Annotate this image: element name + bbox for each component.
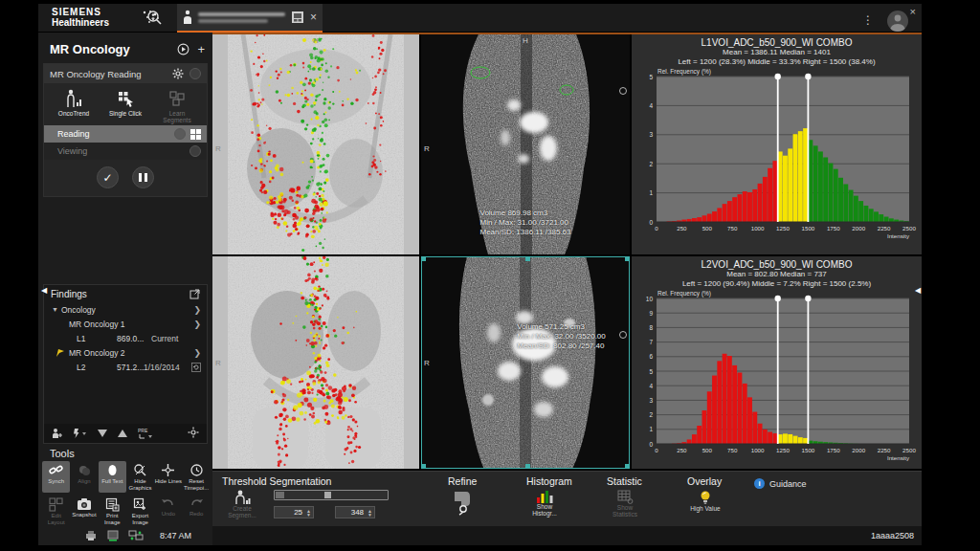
- tree-expand-caret[interactable]: ▼: [52, 306, 58, 313]
- pause-button[interactable]: [132, 166, 154, 188]
- histogram-header: Histogram: [517, 475, 597, 487]
- segmentation-toolbar: Threshold Segmentation Create Segmen...: [212, 471, 922, 526]
- chevron-right-icon[interactable]: ❯: [193, 348, 201, 358]
- tool-edit-layout[interactable]: Edit Layout: [42, 496, 70, 527]
- svg-text:2: 2: [649, 411, 653, 418]
- reading-toggle[interactable]: [174, 128, 186, 140]
- patient-icon: [183, 10, 192, 25]
- pre-post-icon[interactable]: PRE: [138, 428, 153, 439]
- viewport-top-left-mip-overlay[interactable]: H R: [212, 34, 419, 254]
- tab-close-icon[interactable]: ×: [310, 11, 317, 23]
- tool-synch[interactable]: Synch: [42, 461, 70, 493]
- complete-step-button[interactable]: ✓: [97, 166, 119, 188]
- tool-hide-graphics[interactable]: Hide Graphics: [126, 461, 154, 493]
- lower-threshold-value[interactable]: 25: [275, 508, 304, 517]
- tool-hide-lines[interactable]: Hide Lines: [154, 461, 182, 493]
- selection-handle[interactable]: [421, 464, 426, 469]
- workflow-toggle[interactable]: [189, 68, 201, 79]
- layout-grid-icon[interactable]: [190, 129, 201, 140]
- series-layout-icon[interactable]: [291, 11, 304, 24]
- slider-left-cap[interactable]: [276, 492, 284, 498]
- tool-export-image[interactable]: Export Image: [126, 496, 154, 527]
- svg-text:1000: 1000: [750, 225, 764, 231]
- histogram-stats-line2: Left = 1200 (90.4%) Middle = 7.2% Right …: [682, 279, 871, 289]
- findings-row-l2[interactable]: L2 571.2... 1/16/2014: [44, 360, 207, 374]
- selection-handle[interactable]: [625, 464, 630, 469]
- move-down-icon[interactable]: [98, 430, 107, 437]
- add-finding-icon[interactable]: [52, 428, 63, 439]
- tool-undo[interactable]: Undo: [154, 496, 182, 527]
- stage-reading[interactable]: Reading: [44, 125, 207, 143]
- selection-handle[interactable]: [421, 256, 426, 261]
- upper-threshold-value[interactable]: 348: [336, 508, 366, 517]
- viewport-histogram-l1[interactable]: L1VOI_ADC_b50_900_WI COMBO Mean = 1386.1…: [632, 34, 922, 254]
- slider-handle[interactable]: [324, 492, 331, 498]
- refine-lasso-icon: [451, 490, 474, 517]
- stage-viewing[interactable]: Viewing: [44, 143, 207, 160]
- start-protocol-icon[interactable]: [177, 43, 189, 55]
- chevron-right-icon[interactable]: ❯: [193, 320, 201, 329]
- selection-handle[interactable]: [625, 256, 630, 261]
- filter-findings-icon[interactable]: [74, 428, 87, 439]
- titlebar: SIEMENS Healthineers: [38, 4, 922, 33]
- scroll-wheel-indicator[interactable]: [619, 87, 627, 95]
- patient-tab[interactable]: ×: [177, 4, 323, 33]
- tool-label: Redo: [189, 511, 203, 518]
- show-histogram-button[interactable]: Show Histogr...: [524, 490, 565, 517]
- viewport-bottom-middle-adc-selected[interactable]: R Volume 571.25 cm3 Min / Max: 32.00 /35…: [421, 256, 630, 469]
- svg-text:1000: 1000: [750, 447, 764, 453]
- step-single-click[interactable]: Single Click: [103, 89, 147, 123]
- lower-threshold-spinner[interactable]: 25 ▲▼: [274, 506, 314, 518]
- histogram-plot-l2[interactable]: 012345678910Rel. Frequency (%)0250500750…: [634, 289, 921, 463]
- tool-print-image[interactable]: Print Image: [99, 496, 126, 527]
- findings-row-mr-oncology-1[interactable]: MR Oncology 1 ❯: [44, 317, 207, 331]
- tool-snapshot[interactable]: Snapshot: [70, 496, 98, 527]
- main-area: H R: [212, 33, 922, 545]
- minmax-readout: Min / Max: 32.00 /3520.00: [517, 332, 606, 342]
- move-up-icon[interactable]: [118, 430, 127, 437]
- show-statistics-button[interactable]: Show Statistics: [605, 490, 645, 518]
- user-avatar[interactable]: [887, 11, 908, 32]
- findings-row-l1[interactable]: L1 869.0... Current: [44, 331, 207, 345]
- high-value-lamp-icon: [698, 490, 713, 505]
- create-segment-button[interactable]: Create Segmen...: [222, 490, 262, 518]
- window-close-button[interactable]: ×: [910, 6, 916, 17]
- tool-reset-timepoint[interactable]: Reset Timepoi...: [182, 461, 210, 493]
- upper-threshold-spinner[interactable]: 348 ▲▼: [335, 506, 375, 518]
- sync-finding-icon[interactable]: [191, 363, 201, 372]
- tool-align[interactable]: Align: [70, 461, 98, 493]
- findings-row-mr-oncology-2[interactable]: MR Oncology 2 ❯: [44, 345, 207, 360]
- svg-text:2500: 2500: [902, 447, 916, 453]
- spinner-arrows[interactable]: ▲▼: [366, 509, 374, 517]
- menu-kebab-icon[interactable]: ⋮: [862, 13, 874, 27]
- guidance-control[interactable]: i Guidance: [754, 478, 807, 489]
- spinner-arrows[interactable]: ▲▼: [304, 509, 313, 517]
- step-learn-segments[interactable]: Learn Segments: [155, 89, 199, 123]
- chevron-right-icon[interactable]: ❯: [193, 305, 201, 315]
- findings-settings-gear-icon[interactable]: [188, 427, 199, 438]
- tool-full-text[interactable]: Full Text: [99, 461, 126, 493]
- patient-search-icon[interactable]: [145, 10, 163, 27]
- histogram-plot-l1[interactable]: 012345Rel. Frequency (%)0250500750100012…: [634, 67, 921, 241]
- collapse-sidebar-arrow[interactable]: ◀: [41, 286, 47, 295]
- viewing-toggle[interactable]: [189, 145, 201, 157]
- collapse-right-arrow[interactable]: ◀: [915, 286, 921, 295]
- findings-row-oncology[interactable]: ▼ Oncology ❯: [44, 302, 207, 317]
- open-in-window-icon[interactable]: [189, 289, 200, 299]
- viewport-histogram-l2[interactable]: L2VOI_ADC_b50_900_WI COMBO Mean = 802.80…: [632, 256, 922, 469]
- tool-redo[interactable]: Redo: [182, 496, 210, 527]
- svg-text:PRE: PRE: [138, 428, 148, 433]
- threshold-slider[interactable]: [274, 490, 389, 500]
- scroll-wheel-indicator[interactable]: [619, 331, 627, 339]
- workflow-settings-gear-icon[interactable]: [172, 68, 184, 79]
- selection-handle[interactable]: [525, 464, 530, 469]
- svg-text:1: 1: [649, 189, 653, 196]
- selection-handle[interactable]: [525, 256, 530, 261]
- add-icon[interactable]: +: [197, 42, 205, 56]
- refine-button[interactable]: [442, 490, 482, 517]
- show-statistics-icon: [617, 490, 634, 504]
- viewport-top-middle-adc[interactable]: H R Volume 869.98 cm3 Min / Max: 31.00 /…: [421, 34, 630, 254]
- step-oncotrend[interactable]: OncoTrend: [52, 89, 96, 123]
- high-value-button[interactable]: High Value: [685, 490, 725, 512]
- viewport-bottom-left-mip-overlay[interactable]: R: [212, 256, 419, 469]
